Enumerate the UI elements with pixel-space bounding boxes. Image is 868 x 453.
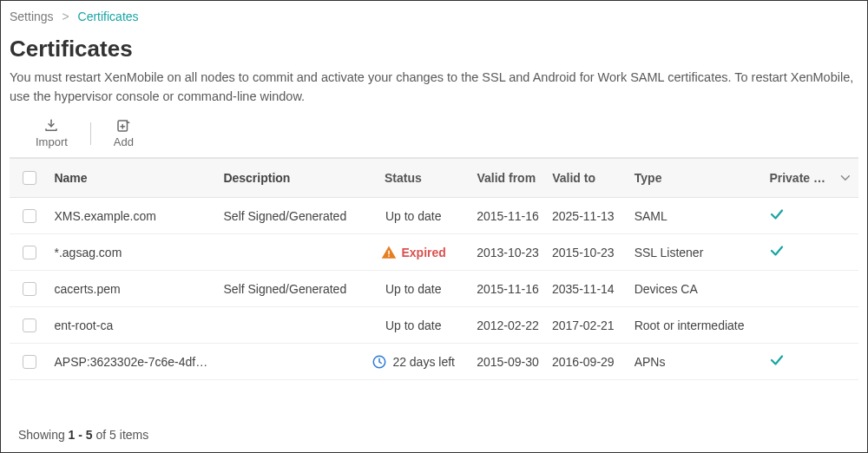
breadcrumb-settings[interactable]: Settings: [10, 10, 54, 23]
cell-valid-from: 2012-02-22: [471, 318, 547, 332]
cell-name: cacerts.pem: [49, 282, 218, 296]
breadcrumb-certificates[interactable]: Certificates: [78, 10, 139, 23]
cell-status: Expired: [355, 245, 471, 260]
footer-suffix: items: [116, 428, 148, 442]
warning-icon: [381, 245, 397, 260]
chevron-down-icon[interactable]: [838, 170, 853, 186]
svg-rect-1: [388, 250, 390, 254]
table-row[interactable]: XMS.example.comSelf Signed/GeneratedUp t…: [10, 198, 858, 234]
footer-prefix: Showing: [18, 428, 69, 442]
cell-private-key: [764, 352, 832, 371]
check-icon: [769, 207, 785, 222]
cell-private-key: [764, 243, 832, 261]
status-text: 22 days left: [392, 355, 455, 369]
row-checkbox[interactable]: [23, 246, 36, 259]
table-row[interactable]: cacerts.pemSelf Signed/GeneratedUp to da…: [10, 271, 858, 307]
cell-status: Up to date: [355, 209, 471, 223]
status-text: Up to date: [385, 318, 442, 332]
clock-icon: [372, 354, 387, 370]
cell-valid-from: 2015-09-30: [471, 355, 547, 369]
check-icon: [769, 352, 785, 368]
check-icon: [769, 243, 785, 259]
cell-name: APSP:3623302e-7c6e-4df8-aa9e: [49, 355, 218, 369]
row-checkbox[interactable]: [23, 282, 36, 296]
header-name[interactable]: Name: [49, 171, 218, 185]
cell-valid-to: 2016-09-29: [547, 355, 629, 369]
cell-valid-to: 2035-11-14: [547, 282, 629, 296]
cell-name: XMS.example.com: [49, 209, 218, 223]
cell-type: SAML: [629, 209, 765, 223]
page-title: Certificates: [10, 36, 858, 62]
select-all-checkbox[interactable]: [23, 171, 36, 185]
add-label: Add: [114, 135, 134, 148]
page-description: You must restart XenMobile on all nodes …: [10, 68, 858, 106]
table-row[interactable]: ent-root-caUp to date2012-02-222017-02-2…: [10, 307, 858, 344]
footer-total: 5: [109, 428, 116, 442]
svg-rect-2: [388, 255, 390, 257]
cell-private-key: [764, 207, 832, 225]
certificates-table: Name Description Status Valid from Valid…: [10, 157, 858, 380]
footer-range: 1 - 5: [69, 428, 93, 442]
cell-valid-from: 2015-11-16: [471, 282, 547, 296]
cell-valid-from: 2013-10-23: [471, 246, 547, 259]
table-row[interactable]: APSP:3623302e-7c6e-4df8-aa9e22 days left…: [10, 344, 858, 380]
cell-valid-to: 2025-11-13: [547, 209, 629, 223]
table-row[interactable]: *.agsag.comExpired2013-10-232015-10-23SS…: [10, 234, 858, 271]
import-button[interactable]: Import: [36, 118, 68, 148]
table-footer: Showing 1 - 5 of 5 items: [18, 428, 148, 442]
row-checkbox[interactable]: [23, 318, 36, 332]
cell-name: ent-root-ca: [49, 318, 218, 332]
status-text: Up to date: [385, 282, 442, 296]
cell-type: SSL Listener: [629, 246, 765, 259]
cell-valid-to: 2015-10-23: [547, 246, 629, 259]
import-icon: [43, 118, 59, 134]
cell-status: Up to date: [355, 318, 471, 332]
cell-status: 22 days left: [355, 354, 471, 370]
status-text: Expired: [402, 246, 446, 259]
table-header-row: Name Description Status Valid from Valid…: [10, 158, 858, 198]
import-label: Import: [36, 135, 68, 148]
add-icon: [115, 118, 131, 134]
cell-type: APNs: [629, 355, 765, 369]
cell-valid-to: 2017-02-21: [547, 318, 629, 332]
cell-name: *.agsag.com: [49, 246, 218, 259]
header-valid-from[interactable]: Valid from: [471, 171, 547, 185]
cell-type: Devices CA: [629, 282, 765, 296]
cell-valid-from: 2015-11-16: [471, 209, 547, 223]
cell-status: Up to date: [355, 282, 471, 296]
cell-description: Self Signed/Generated: [219, 209, 356, 223]
status-text: Up to date: [385, 209, 442, 223]
header-type[interactable]: Type: [629, 171, 765, 185]
row-checkbox[interactable]: [23, 355, 36, 369]
breadcrumb-separator: >: [62, 10, 69, 23]
cell-description: Self Signed/Generated: [219, 282, 356, 296]
toolbar-separator: [90, 122, 91, 145]
breadcrumb: Settings > Certificates: [10, 6, 858, 36]
header-description[interactable]: Description: [218, 171, 355, 185]
add-button[interactable]: Add: [114, 118, 134, 148]
header-status[interactable]: Status: [355, 171, 471, 185]
row-checkbox[interactable]: [23, 209, 36, 223]
header-valid-to[interactable]: Valid to: [547, 171, 629, 185]
header-private-key[interactable]: Private key: [764, 171, 832, 185]
cell-type: Root or intermediate: [629, 318, 765, 332]
footer-middle: of: [93, 428, 109, 442]
toolbar: Import Add: [10, 118, 858, 148]
